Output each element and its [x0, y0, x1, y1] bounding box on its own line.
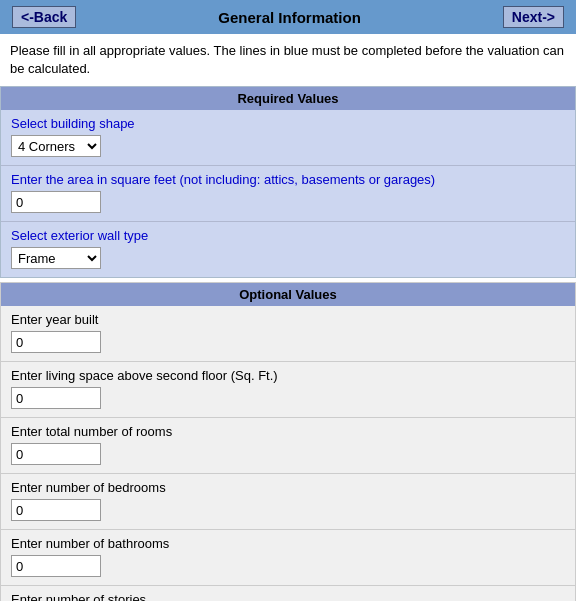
living-space-input[interactable]	[11, 387, 101, 409]
total-rooms-label: Enter total number of rooms	[11, 424, 565, 439]
page-title: General Information	[218, 9, 361, 26]
year-built-label: Enter year built	[11, 312, 565, 327]
year-built-field: Enter year built	[1, 306, 575, 362]
main-container: <-Back General Information Next-> Please…	[0, 0, 576, 601]
stories-label: Enter number of stories	[11, 592, 565, 601]
bedrooms-label: Enter number of bedrooms	[11, 480, 565, 495]
area-input[interactable]	[11, 191, 101, 213]
building-shape-field: Select building shape 4 Corners L Shape …	[1, 110, 575, 166]
back-button[interactable]: <-Back	[12, 6, 76, 28]
building-shape-label: Select building shape	[11, 116, 565, 131]
year-built-input[interactable]	[11, 331, 101, 353]
total-rooms-field: Enter total number of rooms	[1, 418, 575, 474]
bedrooms-field: Enter number of bedrooms	[1, 474, 575, 530]
required-section-header: Required Values	[1, 87, 575, 110]
exterior-wall-label: Select exterior wall type	[11, 228, 565, 243]
optional-section: Optional Values Enter year built Enter l…	[0, 282, 576, 601]
header: <-Back General Information Next->	[0, 0, 576, 34]
living-space-field: Enter living space above second floor (S…	[1, 362, 575, 418]
bathrooms-input[interactable]	[11, 555, 101, 577]
required-section: Required Values Select building shape 4 …	[0, 86, 576, 278]
total-rooms-input[interactable]	[11, 443, 101, 465]
bathrooms-field: Enter number of bathrooms	[1, 530, 575, 586]
bedrooms-input[interactable]	[11, 499, 101, 521]
exterior-wall-field: Select exterior wall type Frame Brick St…	[1, 222, 575, 277]
stories-field: Enter number of stories	[1, 586, 575, 601]
area-field: Enter the area in square feet (not inclu…	[1, 166, 575, 222]
bathrooms-label: Enter number of bathrooms	[11, 536, 565, 551]
living-space-label: Enter living space above second floor (S…	[11, 368, 565, 383]
building-shape-select[interactable]: 4 Corners L Shape T Shape U Shape	[11, 135, 101, 157]
intro-text: Please fill in all appropriate values. T…	[0, 34, 576, 86]
exterior-wall-select[interactable]: Frame Brick Stucco Stone	[11, 247, 101, 269]
area-label: Enter the area in square feet (not inclu…	[11, 172, 565, 187]
optional-section-header: Optional Values	[1, 283, 575, 306]
next-button[interactable]: Next->	[503, 6, 564, 28]
